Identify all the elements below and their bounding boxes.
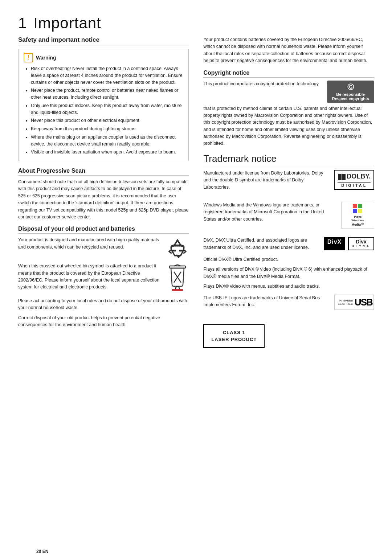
usb-row: The USB-IF Logos are trademarks of Unive… [203, 295, 374, 315]
disposal-row-bin: When this crossed-out wheeled bin symbol… [18, 263, 189, 294]
divx-text3: Plays all versions of DivX ® video (incl… [203, 266, 374, 280]
list-item: Never place this product on other electr… [31, 117, 183, 124]
class1-line2: LASER PRODUCT [211, 336, 257, 343]
safety-title: Safety and important notice [18, 36, 189, 45]
list-item: Where the mains plug or an appliance cou… [31, 134, 183, 148]
class1-section: CLASS 1 LASER PRODUCT [203, 319, 374, 348]
class1-box: CLASS 1 LASER PRODUCT [203, 324, 265, 348]
warning-label: Warning [36, 55, 56, 61]
dolby-logo: ▮▮ DOLBY. DIGITAL [334, 170, 374, 190]
dolby-text: Manufactured under license from Dolby La… [203, 170, 329, 191]
disposal-row-recycle: Your product is designed and manufacture… [18, 237, 189, 259]
safety-section: Safety and important notice ! Warning Ri… [18, 36, 189, 161]
divx-section: DivX, DivX Ultra Certified, and associat… [203, 237, 374, 290]
trademark-title: Trademark notice [203, 153, 374, 166]
chapter-title: 1Important [18, 15, 374, 32]
warning-icon: ! [24, 53, 33, 62]
dolby-row: Manufactured under license from Dolby La… [203, 170, 374, 197]
usb-logo: HI-SPEED CERTIFIED USB [334, 295, 374, 310]
warning-header: ! Warning [24, 53, 183, 62]
divx-logo-ultra: Divx ULTRA [348, 237, 374, 250]
page-number: 20 EN [36, 549, 48, 554]
class1-line1: CLASS 1 [211, 329, 257, 336]
copyright-badge: Ⓒ Be responsible Respect copyrights [327, 81, 374, 103]
warning-list: Risk of overheating! Never install the p… [24, 65, 183, 156]
list-item: Visible and invisible laser radiation wh… [31, 149, 183, 156]
list-item: Keep away from this product during light… [31, 126, 183, 132]
copyright-title: Copyright notice [203, 70, 374, 78]
svg-rect-4 [172, 289, 183, 291]
divx-logo-main: DivX [324, 237, 346, 250]
tm-media: Media™ [352, 223, 364, 226]
windows-media-row: Windows Media and the Windows logo are t… [203, 202, 374, 232]
windows-media-text: Windows Media and the Windows logo are t… [203, 202, 336, 223]
divx-text4: Plays DivX® video with menus, subtitles … [203, 283, 374, 290]
trademark-section: Trademark notice Manufactured under lice… [203, 153, 374, 348]
disposal-para3: Please act according to your local rules… [18, 297, 189, 312]
progressive-scan-section: About Progressive Scan Consumers should … [18, 168, 189, 221]
progressive-scan-title: About Progressive Scan [18, 168, 189, 176]
disposal-para2: When this crossed-out wheeled bin symbol… [18, 263, 161, 291]
disposal-section: Disposal of your old product and batteri… [18, 226, 189, 328]
progressive-scan-body: Consumers should note that not all high … [18, 178, 189, 221]
warning-box: ! Warning Risk of overheating! Never ins… [18, 49, 189, 161]
list-item: Never place the product, remote control … [31, 87, 183, 101]
copyright-body: that is protected by method claims of ce… [203, 105, 374, 147]
divx-logos: DivX Divx ULTRA [324, 237, 374, 250]
disposal-para1: Your product is designed and manufacture… [18, 237, 161, 251]
windows-media-logo: Plays Windows Media™ [342, 202, 374, 229]
list-item: Risk of overheating! Never install the p… [31, 65, 183, 86]
disposal-para4: Correct disposal of your old product hel… [18, 315, 189, 329]
copyright-intro: This product incorporates copyright prot… [203, 81, 323, 87]
copyright-row: This product incorporates copyright prot… [203, 81, 374, 103]
divx-text2: Official DivX® Ultra Certified product. [203, 256, 374, 263]
wheelie-bin-icon [166, 263, 189, 292]
disposal-title: Disposal of your old product and batteri… [18, 226, 189, 234]
copyright-section: Copyright notice This product incorporat… [203, 70, 374, 147]
recycle-icon [166, 237, 189, 259]
disposal-para5: Your product contains batteries covered … [203, 36, 374, 65]
usb-text: The USB-IF Logos are trademarks of Unive… [203, 295, 329, 309]
list-item: Only use this product indoors. Keep this… [31, 102, 183, 116]
divx-text1: DivX, DivX Ultra Certified, and associat… [203, 237, 318, 251]
